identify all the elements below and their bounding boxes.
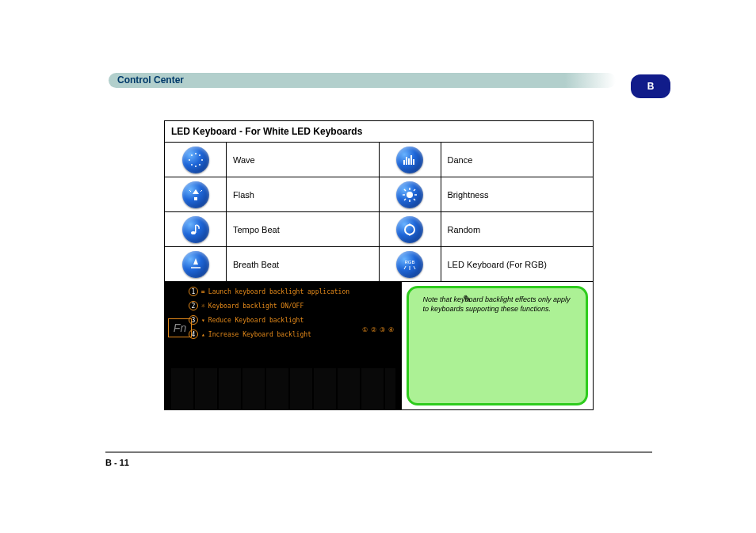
svg-rect-26 <box>195 225 197 233</box>
cell-label: LED Keyboard (For RGB) <box>441 247 594 281</box>
hint-number: 1 <box>189 287 198 296</box>
pencil-icon: ✎ <box>463 292 472 306</box>
svg-line-15 <box>200 190 202 192</box>
cell-icon: RGB <box>380 247 441 281</box>
cell-label: Random <box>441 212 594 246</box>
table-header: LED Keyboard - For White LED Keyboards <box>165 121 593 143</box>
cell-label: Tempo Beat <box>227 212 380 246</box>
svg-line-14 <box>189 190 191 192</box>
hint-text: Keyboard backlight ON/OFF <box>208 303 304 310</box>
marker: ① <box>362 326 368 333</box>
cell-icon <box>165 247 227 281</box>
marker: ③ <box>380 326 385 333</box>
flash-icon <box>182 181 209 208</box>
cell-label: Breath Beat <box>227 247 380 281</box>
table-row: Flash Brightness <box>165 177 593 212</box>
tempo-icon <box>182 216 209 243</box>
svg-point-5 <box>191 164 193 166</box>
cell-label: Brightness <box>441 177 594 211</box>
note-box: ✎ Note that keyboard backlight effects o… <box>407 286 589 405</box>
svg-line-29 <box>404 266 406 269</box>
rgb-icon: RGB <box>396 251 423 278</box>
svg-rect-8 <box>403 160 405 165</box>
kb-mini-icon: ▴ <box>201 331 205 338</box>
svg-line-24 <box>404 199 406 200</box>
marker: ④ <box>388 326 394 333</box>
keyboard-diagram-row: Fn 1 ≡ Launch keyboard backlight applica… <box>165 282 593 409</box>
svg-point-3 <box>199 164 200 166</box>
cell-icon <box>380 212 441 246</box>
kb-mini-icon: ▾ <box>201 317 205 324</box>
keycap-markers: ① ② ③ ④ <box>362 326 394 333</box>
table-row: Wave Dance <box>165 143 593 177</box>
dance-icon <box>396 147 423 173</box>
svg-rect-10 <box>408 158 410 165</box>
note-text: Note that keyboard backlight effects onl… <box>423 295 571 313</box>
cell-icon <box>380 143 441 177</box>
svg-point-7 <box>191 154 193 156</box>
svg-line-23 <box>414 189 415 191</box>
kb-mini-icon: ☼ <box>201 303 205 310</box>
kb-hint-line: 1 ≡ Launch keyboard backlight applicatio… <box>189 287 399 296</box>
kb-hint-line: 3 ▾ Reduce Keyboard backlight <box>189 315 399 325</box>
keyboard-keys-texture <box>171 368 395 409</box>
random-icon <box>396 216 423 243</box>
svg-line-22 <box>414 199 415 200</box>
section-title: Control Center <box>117 74 184 86</box>
cell-icon <box>165 212 227 246</box>
section-header-bar <box>109 73 616 88</box>
svg-point-1 <box>199 154 200 156</box>
svg-point-16 <box>407 192 413 198</box>
led-keyboard-table: LED Keyboard - For White LED Keyboards W… <box>164 120 594 410</box>
svg-rect-12 <box>413 159 414 165</box>
svg-point-27 <box>405 225 414 234</box>
cell-icon <box>165 177 227 211</box>
svg-line-21 <box>404 189 406 191</box>
footer-separator <box>105 451 652 453</box>
cell-label: Dance <box>441 143 594 177</box>
svg-line-31 <box>414 266 415 269</box>
page-number: B - 11 <box>105 458 129 467</box>
hint-number: 2 <box>189 301 198 310</box>
svg-point-6 <box>189 159 190 161</box>
svg-point-2 <box>201 159 203 161</box>
cell-icon <box>165 143 227 177</box>
beat-icon <box>182 251 209 278</box>
kb-mini-icon: ≡ <box>201 288 205 295</box>
wave-icon <box>182 147 209 173</box>
cell-label: Flash <box>227 177 380 211</box>
svg-rect-11 <box>410 155 412 165</box>
hint-text: Launch keyboard backlight application <box>208 288 349 295</box>
page-tab-badge: B <box>631 74 670 98</box>
keyboard-diagram: Fn 1 ≡ Launch keyboard backlight applica… <box>165 282 402 409</box>
svg-rect-13 <box>194 197 197 200</box>
kb-hint-line: 2 ☼ Keyboard backlight ON/OFF <box>189 301 399 310</box>
table-row: Tempo Beat Random <box>165 212 593 247</box>
cell-icon <box>380 177 441 211</box>
svg-rect-9 <box>406 157 407 165</box>
table-row: Breath Beat RGB LED Keyboard (For RGB) <box>165 247 593 282</box>
svg-text:RGB: RGB <box>404 260 414 265</box>
svg-point-4 <box>195 166 197 167</box>
fn-key: Fn <box>168 318 192 337</box>
cell-label: Wave <box>227 143 380 177</box>
brightness-icon <box>396 181 423 208</box>
hint-text: Increase Keyboard backlight <box>208 331 311 338</box>
hint-text: Reduce Keyboard backlight <box>208 317 304 324</box>
marker: ② <box>371 326 376 333</box>
svg-point-0 <box>195 153 197 154</box>
